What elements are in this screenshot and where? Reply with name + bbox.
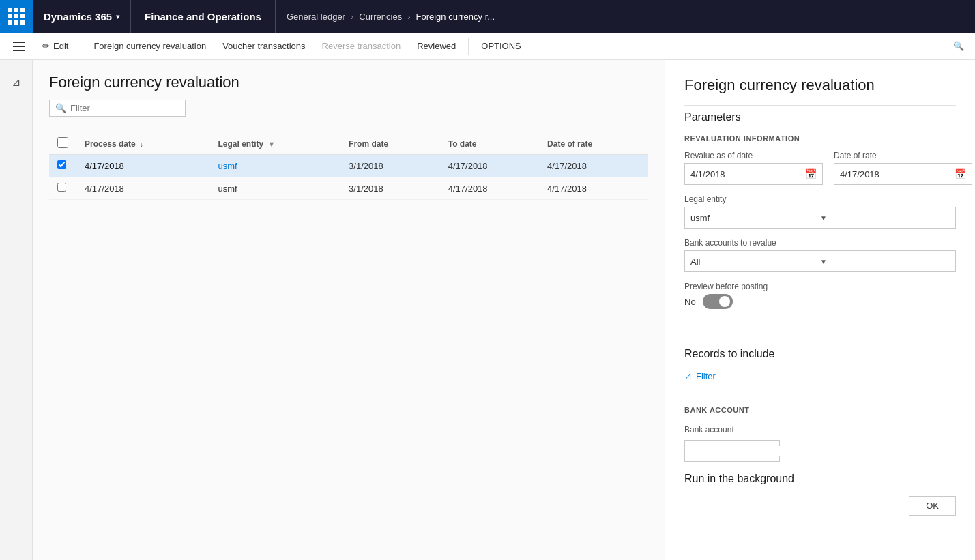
to-date-header: To date xyxy=(440,133,539,155)
row-2-to-date: 4/17/2018 xyxy=(440,177,539,200)
filter-records-icon: ⊿ xyxy=(684,371,692,381)
hamburger-icon xyxy=(13,42,25,51)
filter-records-button[interactable]: ⊿ Filter xyxy=(684,368,716,384)
row-2-legal-entity: usmf xyxy=(209,177,340,200)
search-button[interactable]: 🔍 xyxy=(948,35,970,57)
content-header: Foreign currency revaluation 🔍 xyxy=(33,60,665,133)
preview-toggle-label: No xyxy=(684,297,696,307)
select-all-header[interactable] xyxy=(49,133,76,155)
breadcrumb-general-ledger[interactable]: General ledger xyxy=(287,12,345,22)
options-button[interactable]: OPTIONS xyxy=(474,35,528,57)
filter-icon: ⊿ xyxy=(12,76,20,89)
row-1-process-date: 4/17/2018 xyxy=(76,155,209,177)
date-of-rate-label: Date of rate xyxy=(547,139,592,149)
date-of-rate-label: Date of rate xyxy=(834,151,972,160)
bank-account-field[interactable] xyxy=(690,446,805,456)
preview-toggle[interactable] xyxy=(703,294,733,309)
preview-label: Preview before posting xyxy=(684,282,956,291)
row-1-from-date: 3/1/2018 xyxy=(340,155,440,177)
parameters-label: Parameters xyxy=(684,111,956,123)
revalue-date-field[interactable] xyxy=(690,169,805,179)
records-title: Records to include xyxy=(684,348,956,360)
table-row[interactable]: 4/17/2018 usmf 3/1/2018 4/17/2018 4/17/2… xyxy=(49,177,648,200)
breadcrumb-sep-1: › xyxy=(351,12,353,22)
right-panel: Foreign currency revaluation Parameters … xyxy=(665,60,975,560)
dynamics365-nav[interactable]: Dynamics 365 ▾ xyxy=(33,0,131,33)
row-2-date-of-rate: 4/17/2018 xyxy=(539,177,648,200)
date-of-rate-group: Date of rate 📅 xyxy=(834,151,972,185)
date-of-rate-field[interactable] xyxy=(840,169,955,179)
revalue-date-input[interactable]: 📅 xyxy=(684,163,823,185)
process-date-header[interactable]: Process date ↓ xyxy=(76,133,209,155)
edit-icon: ✏ xyxy=(42,41,50,51)
bank-account-input[interactable] xyxy=(684,440,780,462)
finance-operations-label: Finance and Operations xyxy=(145,11,261,23)
filter-input-icon: 🔍 xyxy=(55,103,66,113)
row-1-check-cell[interactable] xyxy=(49,155,76,177)
reverse-transaction-button[interactable]: Reverse transaction xyxy=(315,35,408,57)
bank-account-field-label: Bank account xyxy=(684,425,956,434)
bank-accounts-dropdown-icon: ▼ xyxy=(820,258,950,265)
filter-bar: 🔍 xyxy=(49,100,648,117)
reverse-label: Reverse transaction xyxy=(322,41,401,51)
left-sidebar: ⊿ xyxy=(0,60,33,560)
filter-input[interactable] xyxy=(70,103,185,113)
search-icon: 🔍 xyxy=(953,41,964,51)
table-row[interactable]: 4/17/2018 usmf 3/1/2018 4/17/2018 4/17/2… xyxy=(49,155,648,177)
legal-entity-value: usmf xyxy=(690,213,820,223)
hamburger-button[interactable] xyxy=(5,33,33,60)
reviewed-label: Reviewed xyxy=(417,41,456,51)
revaluation-section-label: REVALUATION INFORMATION xyxy=(684,134,956,143)
finance-operations-nav[interactable]: Finance and Operations xyxy=(131,0,276,33)
bank-account-section: BANK ACCOUNT Bank account xyxy=(684,395,956,462)
apps-button[interactable] xyxy=(0,0,33,33)
breadcrumb-currencies[interactable]: Currencies xyxy=(359,12,402,22)
data-table: Process date ↓ Legal entity ▼ From date … xyxy=(49,133,648,200)
bank-accounts-group: Bank accounts to revalue All ▼ xyxy=(684,238,956,272)
process-date-label: Process date xyxy=(85,139,136,149)
edit-label: Edit xyxy=(53,41,68,51)
filter-input-wrapper[interactable]: 🔍 xyxy=(49,100,186,117)
run-in-background-label: Run in the background xyxy=(684,473,956,485)
legal-entity-label: Legal entity xyxy=(218,139,263,149)
main-layout: ⊿ Foreign currency revaluation 🔍 xyxy=(0,60,975,560)
sidebar-filter-icon[interactable]: ⊿ xyxy=(3,68,30,95)
revalue-date-calendar-icon[interactable]: 📅 xyxy=(805,168,817,179)
legal-entity-filter-icon[interactable]: ▼ xyxy=(267,140,275,148)
legal-entity-select[interactable]: usmf ▼ xyxy=(684,207,956,229)
from-date-header: From date xyxy=(340,133,440,155)
reviewed-button[interactable]: Reviewed xyxy=(410,35,463,57)
to-date-label: To date xyxy=(448,139,477,149)
row-2-checkbox[interactable] xyxy=(57,183,66,192)
foreign-currency-revaluation-button[interactable]: Foreign currency revaluation xyxy=(87,35,213,57)
row-1-to-date: 4/17/2018 xyxy=(440,155,539,177)
row-2-check-cell[interactable] xyxy=(49,177,76,200)
sort-arrow-icon: ↓ xyxy=(140,141,143,148)
filter-records-label: Filter xyxy=(696,371,716,381)
bank-accounts-label: Bank accounts to revalue xyxy=(684,238,956,248)
legal-entity-header[interactable]: Legal entity ▼ xyxy=(209,133,340,155)
dynamics365-chevron: ▾ xyxy=(116,13,119,20)
edit-button[interactable]: ✏ Edit xyxy=(35,35,75,57)
dynamics365-label: Dynamics 365 xyxy=(44,11,112,23)
select-all-checkbox[interactable] xyxy=(57,137,68,148)
nav-divider-2 xyxy=(468,38,469,55)
top-nav: Dynamics 365 ▾ Finance and Operations Ge… xyxy=(0,0,975,33)
bank-accounts-value: All xyxy=(690,256,820,267)
breadcrumb-sep-2: › xyxy=(407,12,410,22)
legal-entity-group: Legal entity usmf ▼ xyxy=(684,194,956,229)
page-title: Foreign currency revaluation xyxy=(49,74,648,91)
date-row: Revalue as of date 📅 Date of rate 📅 xyxy=(684,151,956,185)
row-1-legal-entity[interactable]: usmf xyxy=(209,155,340,177)
breadcrumb: General ledger › Currencies › Foreign cu… xyxy=(276,12,506,22)
date-of-rate-calendar-icon[interactable]: 📅 xyxy=(955,168,966,179)
date-of-rate-input[interactable]: 📅 xyxy=(834,163,972,185)
nav-divider-1 xyxy=(81,38,81,55)
ok-button[interactable]: OK xyxy=(909,496,956,516)
bank-accounts-select[interactable]: All ▼ xyxy=(684,250,956,272)
row-1-checkbox[interactable] xyxy=(57,160,66,169)
preview-toggle-row: No xyxy=(684,294,956,309)
revalue-date-group: Revalue as of date 📅 xyxy=(684,151,823,185)
voucher-label: Voucher transactions xyxy=(222,41,305,51)
voucher-transactions-button[interactable]: Voucher transactions xyxy=(216,35,312,57)
